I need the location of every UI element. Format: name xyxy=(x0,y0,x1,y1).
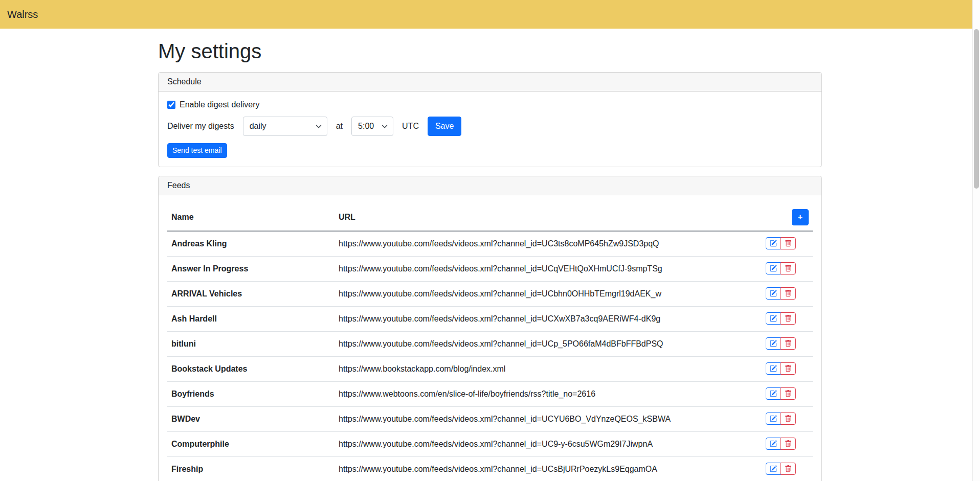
feed-name: Computerphile xyxy=(167,432,335,457)
feed-name: Answer In Progress xyxy=(167,257,335,282)
delete-feed-button[interactable] xyxy=(781,337,796,350)
pencil-icon xyxy=(770,265,777,272)
feed-actions xyxy=(766,337,796,350)
edit-feed-button[interactable] xyxy=(766,463,781,475)
feed-name: Boyfriends xyxy=(167,382,335,407)
feed-actions xyxy=(766,262,796,274)
feed-name: Bookstack Updates xyxy=(167,357,335,382)
trash-icon xyxy=(785,365,792,372)
time-select[interactable]: 5:00 xyxy=(351,117,393,136)
feed-actions xyxy=(766,438,796,450)
pencil-icon xyxy=(770,240,777,247)
enable-digest-row: Enable digest delivery xyxy=(167,100,813,109)
edit-feed-button[interactable] xyxy=(766,287,781,300)
page-title: My settings xyxy=(158,40,822,63)
pencil-icon xyxy=(770,315,777,322)
feed-actions-cell xyxy=(762,257,813,282)
feed-name: Ash Hardell xyxy=(167,307,335,332)
edit-feed-button[interactable] xyxy=(766,312,781,325)
feed-actions xyxy=(766,463,796,475)
timezone-label: UTC xyxy=(402,122,419,131)
feed-actions-cell xyxy=(762,282,813,307)
edit-feed-button[interactable] xyxy=(766,237,781,249)
trash-icon xyxy=(785,465,792,472)
trash-icon xyxy=(785,415,792,422)
scrollbar[interactable] xyxy=(972,0,980,481)
feeds-header-row: Name URL + xyxy=(167,204,813,231)
feed-actions-cell xyxy=(762,382,813,407)
feed-row: Ash Hardellhttps://www.youtube.com/feeds… xyxy=(167,307,813,332)
feeds-table-body: Andreas Klinghttps://www.youtube.com/fee… xyxy=(167,231,813,481)
feed-actions-cell xyxy=(762,307,813,332)
feeds-table: Name URL + Andreas Klinghttps://www.yout… xyxy=(167,204,813,481)
feed-url: https://www.youtube.com/feeds/videos.xml… xyxy=(335,307,762,332)
feed-row: Answer In Progresshttps://www.youtube.co… xyxy=(167,257,813,282)
feed-name: bitluni xyxy=(167,332,335,357)
send-test-email-button[interactable]: Send test email xyxy=(167,143,227,158)
column-header-name: Name xyxy=(167,204,335,231)
feed-actions xyxy=(766,413,796,425)
feed-name: ARRIVAL Vehicles xyxy=(167,282,335,307)
feed-name: BWDev xyxy=(167,407,335,432)
trash-icon xyxy=(785,340,792,347)
feed-url: https://www.youtube.com/feeds/videos.xml… xyxy=(335,282,762,307)
feeds-card-header: Feeds xyxy=(159,176,821,195)
column-header-url: URL xyxy=(335,204,762,231)
deliver-label: Deliver my digests xyxy=(167,122,234,131)
feeds-card-body: Name URL + Andreas Klinghttps://www.yout… xyxy=(159,195,821,481)
delete-feed-button[interactable] xyxy=(781,287,796,300)
enable-digest-checkbox[interactable] xyxy=(167,101,175,109)
delete-feed-button[interactable] xyxy=(781,463,796,475)
feed-url: https://www.youtube.com/feeds/videos.xml… xyxy=(335,257,762,282)
feed-row: Computerphilehttps://www.youtube.com/fee… xyxy=(167,432,813,457)
feed-row: ARRIVAL Vehicleshttps://www.youtube.com/… xyxy=(167,282,813,307)
trash-icon xyxy=(785,265,792,272)
feed-actions-cell xyxy=(762,231,813,257)
edit-feed-button[interactable] xyxy=(766,262,781,274)
feed-url: https://www.bookstackapp.com/blog/index.… xyxy=(335,357,762,382)
edit-feed-button[interactable] xyxy=(766,337,781,350)
enable-digest-label[interactable]: Enable digest delivery xyxy=(180,100,260,109)
save-button[interactable]: Save xyxy=(428,117,461,136)
pencil-icon xyxy=(770,365,777,372)
scrollbar-thumb[interactable] xyxy=(974,29,979,189)
schedule-card: Schedule Enable digest delivery Deliver … xyxy=(158,72,822,167)
edit-feed-button[interactable] xyxy=(766,387,781,400)
delete-feed-button[interactable] xyxy=(781,362,796,375)
delete-feed-button[interactable] xyxy=(781,387,796,400)
feed-row: Fireshiphttps://www.youtube.com/feeds/vi… xyxy=(167,457,813,481)
edit-feed-button[interactable] xyxy=(766,438,781,450)
trash-icon xyxy=(785,240,792,247)
edit-feed-button[interactable] xyxy=(766,362,781,375)
feed-actions xyxy=(766,362,796,375)
schedule-card-body: Enable digest delivery Deliver my digest… xyxy=(159,91,821,167)
trash-icon xyxy=(785,440,792,447)
frequency-select[interactable]: daily xyxy=(243,117,327,136)
trash-icon xyxy=(785,290,792,297)
feed-url: https://www.youtube.com/feeds/videos.xml… xyxy=(335,231,762,257)
main-content: My settings Schedule Enable digest deliv… xyxy=(152,40,828,481)
feed-url: https://www.youtube.com/feeds/videos.xml… xyxy=(335,332,762,357)
app-brand[interactable]: Walrss xyxy=(7,9,38,20)
feed-row: bitlunihttps://www.youtube.com/feeds/vid… xyxy=(167,332,813,357)
pencil-icon xyxy=(770,290,777,297)
delete-feed-button[interactable] xyxy=(781,438,796,450)
feed-actions-cell xyxy=(762,357,813,382)
pencil-icon xyxy=(770,440,777,447)
time-select-wrap: 5:00 xyxy=(351,117,393,136)
feed-actions xyxy=(766,312,796,325)
feed-actions-cell xyxy=(762,457,813,481)
feed-name: Fireship xyxy=(167,457,335,481)
delete-feed-button[interactable] xyxy=(781,262,796,274)
delete-feed-button[interactable] xyxy=(781,413,796,425)
navbar: Walrss xyxy=(0,0,980,29)
delete-feed-button[interactable] xyxy=(781,237,796,249)
delete-feed-button[interactable] xyxy=(781,312,796,325)
feed-url: https://www.webtoons.com/en/slice-of-lif… xyxy=(335,382,762,407)
feed-actions xyxy=(766,387,796,400)
feed-row: Bookstack Updateshttps://www.bookstackap… xyxy=(167,357,813,382)
add-feed-button[interactable]: + xyxy=(792,209,809,225)
at-label: at xyxy=(336,122,343,131)
edit-feed-button[interactable] xyxy=(766,413,781,425)
pencil-icon xyxy=(770,340,777,347)
